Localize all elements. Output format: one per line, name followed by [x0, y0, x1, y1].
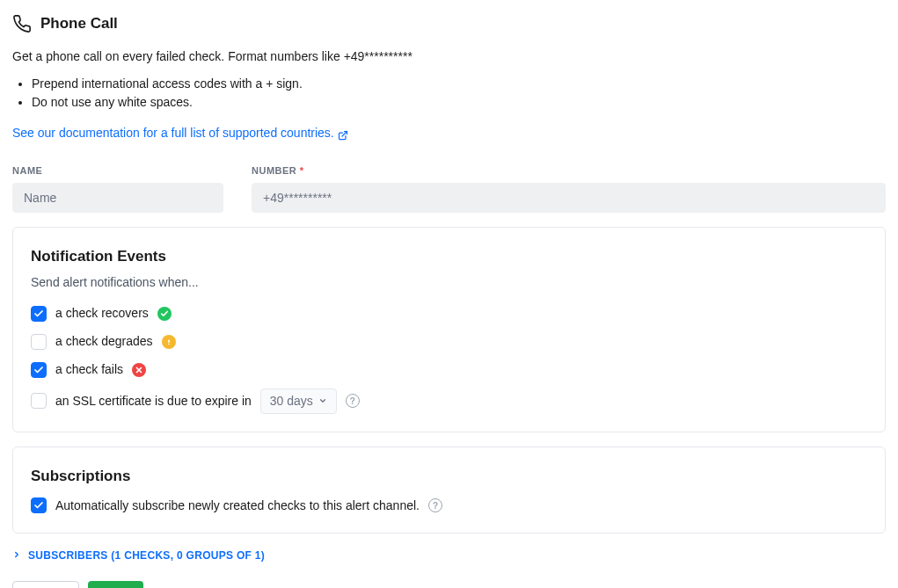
event-degrades-checkbox[interactable] — [31, 334, 47, 350]
event-ssl-label: an SSL certificate is due to expire in — [55, 392, 252, 410]
event-degrades-row: a check degrades — [31, 332, 867, 352]
subscribers-toggle-label: SUBSCRIBERS (1 CHECKS, 0 GROUPS OF 1) — [28, 548, 265, 563]
event-fails-row: a check fails — [31, 360, 867, 380]
event-recovers-label: a check recovers — [55, 304, 149, 323]
subscriptions-card: Subscriptions Automatically subscribe ne… — [12, 446, 886, 534]
svg-rect-2 — [168, 343, 170, 344]
event-ssl-checkbox[interactable] — [31, 393, 47, 409]
page-title: Phone Call — [40, 12, 118, 35]
auto-subscribe-checkbox[interactable] — [31, 497, 47, 513]
svg-rect-1 — [168, 339, 170, 342]
form-actions: Cancel Save — [12, 581, 886, 588]
chevron-down-icon — [318, 392, 327, 410]
subscribers-toggle[interactable]: SUBSCRIBERS (1 CHECKS, 0 GROUPS OF 1) — [12, 548, 886, 563]
external-link-icon — [338, 127, 348, 138]
bullet-item: Do not use any white spaces. — [32, 93, 886, 112]
auto-subscribe-label: Automatically subscribe newly created ch… — [55, 497, 420, 515]
event-ssl-row: an SSL certificate is due to expire in 3… — [31, 388, 867, 414]
save-button[interactable]: Save — [88, 581, 143, 588]
cancel-button[interactable]: Cancel — [12, 581, 79, 588]
chevron-right-icon — [12, 548, 21, 563]
ssl-help-icon[interactable]: ? — [346, 394, 360, 408]
ssl-days-select[interactable]: 30 days — [260, 388, 337, 414]
name-label: NAME — [12, 163, 223, 178]
required-indicator: * — [300, 165, 304, 176]
status-degrades-icon — [162, 335, 176, 349]
intro-bullets: Prepend international access codes with … — [12, 75, 886, 112]
event-fails-checkbox[interactable] — [31, 362, 47, 378]
svg-line-0 — [342, 132, 347, 137]
status-fails-icon — [132, 363, 146, 377]
auto-subscribe-row: Automatically subscribe newly created ch… — [31, 496, 867, 515]
number-input[interactable] — [252, 183, 886, 213]
event-degrades-label: a check degrades — [55, 332, 153, 351]
page-header: Phone Call — [12, 12, 886, 35]
intro-text: Get a phone call on every failed check. … — [12, 47, 886, 66]
auto-subscribe-help-icon[interactable]: ? — [428, 498, 442, 512]
documentation-link-text: See our documentation for a full list of… — [12, 124, 334, 142]
number-field-group: NUMBER * — [252, 163, 886, 214]
notification-events-subtitle: Send alert notifications when... — [31, 273, 867, 292]
notification-events-title: Notification Events — [31, 245, 867, 268]
subscriptions-title: Subscriptions — [31, 465, 867, 488]
event-recovers-checkbox[interactable] — [31, 306, 47, 322]
number-label: NUMBER * — [252, 163, 886, 178]
documentation-link[interactable]: See our documentation for a full list of… — [12, 124, 348, 142]
name-field-group: NAME — [12, 163, 223, 214]
event-fails-label: a check fails — [55, 360, 123, 379]
ssl-days-value: 30 days — [270, 392, 313, 410]
event-recovers-row: a check recovers — [31, 304, 867, 323]
bullet-item: Prepend international access codes with … — [32, 75, 886, 93]
notification-events-card: Notification Events Send alert notificat… — [12, 227, 886, 432]
status-recovers-icon — [157, 307, 172, 321]
phone-icon — [12, 14, 32, 33]
name-input[interactable] — [12, 183, 223, 213]
